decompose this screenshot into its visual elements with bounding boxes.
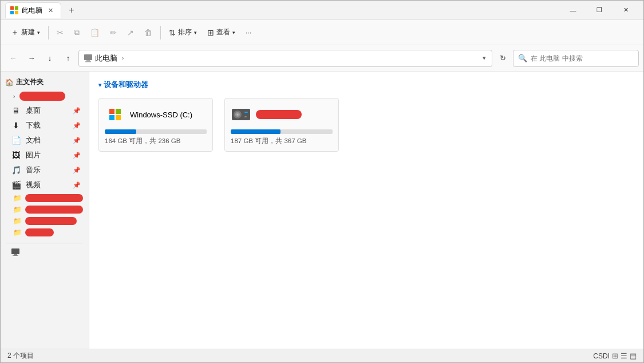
content-area: ▾ 设备和驱动器 Windows-SSD (C:) xyxy=(89,72,643,349)
sidebar-downloads-label: 下载 xyxy=(26,120,68,131)
drive-c-info: 164 GB 可用，共 236 GB xyxy=(105,137,207,145)
documents-icon: 📄 xyxy=(11,135,21,145)
search-box[interactable]: 🔍 xyxy=(513,50,639,67)
new-button[interactable]: ＋ 新建 ▾ xyxy=(6,25,45,41)
sidebar-item-downloads[interactable]: ⬇ 下载 📌 xyxy=(3,118,86,133)
sidebar-desktop-label: 桌面 xyxy=(26,105,68,116)
new-label: 新建 xyxy=(21,27,35,37)
rename-button: ✏ xyxy=(105,25,121,40)
sidebar-redacted-row-3[interactable]: 📁 xyxy=(13,206,83,214)
delete-icon: 🗑 xyxy=(144,28,152,37)
search-input[interactable] xyxy=(531,54,634,62)
svg-rect-10 xyxy=(244,112,248,113)
redacted-label-5 xyxy=(25,228,54,236)
minimize-button[interactable]: — xyxy=(560,1,586,20)
copy-icon: ⧉ xyxy=(74,27,80,37)
sidebar-home-label: 主文件夹 xyxy=(16,77,44,87)
sidebar-pictures-label: 图片 xyxy=(26,150,68,160)
restore-button[interactable]: ❐ xyxy=(586,1,613,20)
sidebar-item-videos[interactable]: 🎬 视频 📌 xyxy=(3,177,86,192)
drive-d-info: 187 GB 可用，共 367 GB xyxy=(231,137,333,145)
redacted-label-1 xyxy=(19,92,65,101)
view-chevron-icon: ▾ xyxy=(232,30,235,35)
address-chevron-icon: › xyxy=(122,55,124,61)
sidebar-home-section[interactable]: 🏠 主文件夹 xyxy=(1,75,89,89)
address-pc-label: 此电脑 xyxy=(95,53,117,64)
sidebar-item-music[interactable]: 🎵 音乐 📌 xyxy=(3,163,86,177)
section-title-text: 设备和驱动器 xyxy=(104,80,148,90)
sidebar-item-pictures[interactable]: 🖼 图片 📌 xyxy=(3,148,86,163)
sidebar-documents-label: 文档 xyxy=(26,135,68,145)
sidebar-item-desktop[interactable]: 🖥 桌面 📌 xyxy=(3,103,86,118)
view-button[interactable]: ⊞ 查看 ▾ xyxy=(203,25,240,40)
svg-rect-0 xyxy=(84,54,92,60)
status-bar: 2 个项目 CSDI ⊞ ☰ ▤ xyxy=(1,349,643,362)
music-icon: 🎵 xyxy=(11,165,21,175)
copy-button: ⧉ xyxy=(69,25,84,40)
cut-button: ✂ xyxy=(52,25,68,40)
hdd-svg-icon xyxy=(232,107,250,122)
toolbar: ＋ 新建 ▾ ✂ ⧉ 📋 ✏ ↗ 🗑 ⇅ 排序 ▾ ⊞ 查看 ▾ ··· xyxy=(1,20,643,45)
drive-c-name: Windows-SSD (C:) xyxy=(130,111,192,119)
sidebar-redacted-row-4[interactable]: 📁 xyxy=(13,217,83,225)
sidebar: 🏠 主文件夹 › 🖥 桌面 📌 ⬇ 下载 📌 📄 文档 📌 🖼 图片 📌 xyxy=(1,72,89,349)
up-button[interactable]: ↑ xyxy=(60,50,76,66)
section-title: ▾ 设备和驱动器 xyxy=(98,80,634,90)
pin-icon-music: 📌 xyxy=(73,167,81,174)
sort-button[interactable]: ⇅ 排序 ▾ xyxy=(164,25,202,40)
address-input[interactable]: 此电脑 › ▾ xyxy=(78,50,492,67)
sort-label: 排序 xyxy=(178,27,192,37)
tab-label: 此电脑 xyxy=(22,6,42,15)
title-bar: 此电脑 ✕ + — ❐ ✕ xyxy=(1,1,643,20)
redacted-label-4 xyxy=(25,217,77,225)
chevron-right-icon: › xyxy=(13,93,15,100)
refresh-button[interactable]: ↻ xyxy=(495,50,511,66)
sort-icon: ⇅ xyxy=(169,28,176,37)
view-list-icon[interactable]: ☰ xyxy=(621,352,627,360)
share-button: ↗ xyxy=(123,25,139,40)
sidebar-redacted-row-5[interactable]: 📁 xyxy=(13,228,83,236)
share-icon: ↗ xyxy=(127,28,134,37)
tab-close-button[interactable]: ✕ xyxy=(46,6,55,15)
drive-c-header: Windows-SSD (C:) xyxy=(105,104,207,125)
sidebar-redacted-row-2[interactable]: 📁 xyxy=(13,194,83,202)
paste-button: 📋 xyxy=(85,25,104,40)
svg-rect-2 xyxy=(85,61,91,62)
search-icon: 🔍 xyxy=(518,54,527,62)
new-icon: ＋ xyxy=(11,27,19,38)
close-button[interactable]: ✕ xyxy=(613,1,639,20)
drive-card-d[interactable]: 187 GB 可用，共 367 GB xyxy=(224,98,339,152)
drive-card-c[interactable]: Windows-SSD (C:) 164 GB 可用，共 236 GB xyxy=(98,98,213,152)
sidebar-videos-label: 视频 xyxy=(26,180,68,190)
more-button[interactable]: ··· xyxy=(241,26,256,40)
windows-logo-icon xyxy=(10,6,18,14)
drives-grid: Windows-SSD (C:) 164 GB 可用，共 236 GB xyxy=(98,98,634,152)
view-details-icon[interactable]: ▤ xyxy=(630,352,637,360)
svg-rect-5 xyxy=(13,255,18,256)
address-dropdown-button[interactable]: ▾ xyxy=(481,53,487,63)
hdd-icon xyxy=(231,104,251,125)
svg-rect-4 xyxy=(14,254,17,255)
pc-icon xyxy=(84,54,93,63)
back-button: ← xyxy=(5,50,21,66)
drive-d-bar-bg xyxy=(231,129,333,134)
more-icon: ··· xyxy=(246,29,251,37)
expand-button[interactable]: ↓ xyxy=(42,50,58,66)
ssd-icon xyxy=(105,104,125,125)
pin-icon-downloads: 📌 xyxy=(73,122,81,129)
forward-button[interactable]: → xyxy=(23,50,39,66)
drive-d-name-redacted xyxy=(256,110,302,119)
tab-this-pc[interactable]: 此电脑 ✕ xyxy=(5,2,61,18)
svg-rect-3 xyxy=(11,248,19,254)
folder-icon-r3: 📁 xyxy=(13,206,22,214)
sidebar-item-documents[interactable]: 📄 文档 📌 xyxy=(3,133,86,148)
new-tab-button[interactable]: + xyxy=(64,2,80,18)
pin-icon-documents: 📌 xyxy=(73,137,81,144)
window-controls: — ❐ ✕ xyxy=(560,1,639,20)
new-chevron-icon: ▾ xyxy=(37,30,40,35)
sidebar-item-redacted-1[interactable]: › xyxy=(3,89,86,103)
sort-chevron-icon: ▾ xyxy=(194,30,197,35)
sidebar-item-this-pc[interactable] xyxy=(3,246,86,259)
view-grid-icon[interactable]: ⊞ xyxy=(612,352,618,360)
csdi-label: CSDI xyxy=(593,352,610,360)
